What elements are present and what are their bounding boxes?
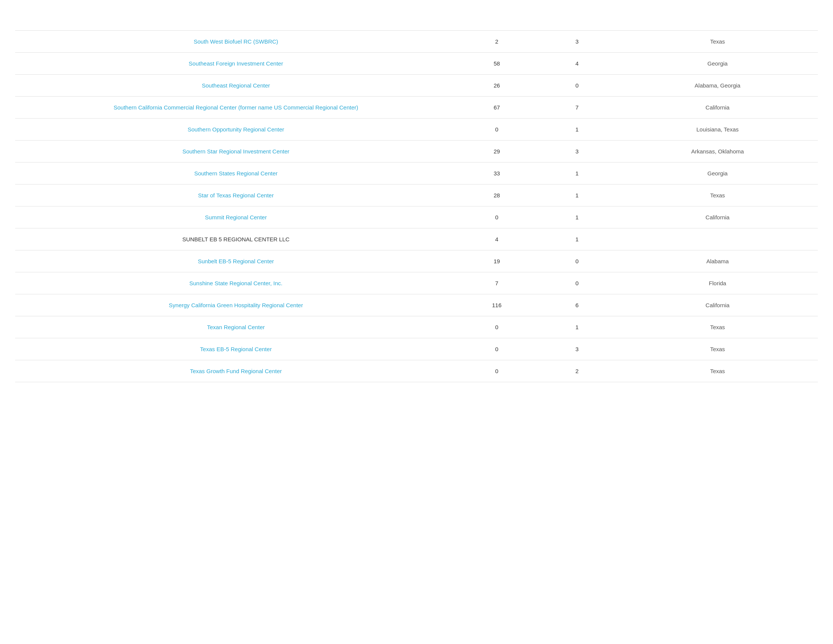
table-row: Texas EB-5 Regional Center03Texas	[15, 338, 818, 360]
table-row: Texas Growth Fund Regional Center02Texas	[15, 360, 818, 382]
center-name-cell[interactable]: Texas Growth Fund Regional Center	[15, 360, 457, 382]
center-name-cell[interactable]: Southeast Regional Center	[15, 75, 457, 97]
col3-cell: 6	[537, 295, 617, 316]
state-cell	[617, 229, 818, 250]
col3-cell: 1	[537, 316, 617, 338]
col2-cell: 58	[457, 53, 537, 75]
col2-cell: 0	[457, 360, 537, 382]
col2-cell: 29	[457, 140, 537, 163]
center-name-cell[interactable]: Southern Star Regional Investment Center	[15, 140, 457, 163]
state-cell: Alabama	[617, 250, 818, 272]
state-cell: California	[617, 295, 818, 316]
col2-cell: 33	[457, 163, 537, 185]
state-cell: Texas	[617, 360, 818, 382]
col3-cell: 1	[537, 206, 617, 229]
table-row: South West Biofuel RC (SWBRC)23Texas	[15, 31, 818, 53]
col3-cell: 1	[537, 163, 617, 185]
state-cell: California	[617, 97, 818, 119]
table-row: Star of Texas Regional Center281Texas	[15, 185, 818, 206]
main-container: South West Biofuel RC (SWBRC)23TexasSout…	[0, 0, 833, 412]
col3-cell: 3	[537, 140, 617, 163]
col3-cell: 0	[537, 250, 617, 272]
center-name-cell[interactable]: Summit Regional Center	[15, 206, 457, 229]
col2-cell: 67	[457, 97, 537, 119]
table-row: Southern Opportunity Regional Center01Lo…	[15, 119, 818, 140]
col3-cell: 3	[537, 31, 617, 53]
col2-cell: 0	[457, 338, 537, 360]
center-name-cell[interactable]: Sunshine State Regional Center, Inc.	[15, 272, 457, 295]
state-cell: Louisiana, Texas	[617, 119, 818, 140]
state-cell: Texas	[617, 185, 818, 206]
col3-cell: 1	[537, 229, 617, 250]
table-row: Summit Regional Center01California	[15, 206, 818, 229]
col2-cell: 0	[457, 119, 537, 140]
table-row: Texan Regional Center01Texas	[15, 316, 818, 338]
table-row: Sunshine State Regional Center, Inc.70Fl…	[15, 272, 818, 295]
table-row: Southeast Foreign Investment Center584Ge…	[15, 53, 818, 75]
state-cell: Texas	[617, 316, 818, 338]
center-name-cell[interactable]: Texan Regional Center	[15, 316, 457, 338]
state-cell: Georgia	[617, 163, 818, 185]
col3-cell: 7	[537, 97, 617, 119]
col3-cell: 3	[537, 338, 617, 360]
state-cell: Arkansas, Oklahoma	[617, 140, 818, 163]
col3-cell: 4	[537, 53, 617, 75]
center-name-cell[interactable]: Southern Opportunity Regional Center	[15, 119, 457, 140]
center-name-cell: SUNBELT EB 5 REGIONAL CENTER LLC	[15, 229, 457, 250]
center-name-cell[interactable]: South West Biofuel RC (SWBRC)	[15, 31, 457, 53]
center-name-cell[interactable]: Synergy California Green Hospitality Reg…	[15, 295, 457, 316]
col3-cell: 0	[537, 75, 617, 97]
table-row: SUNBELT EB 5 REGIONAL CENTER LLC41	[15, 229, 818, 250]
state-cell: Texas	[617, 338, 818, 360]
col3-cell: 2	[537, 360, 617, 382]
state-cell: Texas	[617, 31, 818, 53]
table-row: Southern Star Regional Investment Center…	[15, 140, 818, 163]
col2-cell: 19	[457, 250, 537, 272]
state-cell: Georgia	[617, 53, 818, 75]
table-row: Southern California Commercial Regional …	[15, 97, 818, 119]
state-cell: Florida	[617, 272, 818, 295]
col2-cell: 116	[457, 295, 537, 316]
col2-cell: 0	[457, 206, 537, 229]
table-row: Synergy California Green Hospitality Reg…	[15, 295, 818, 316]
col2-cell: 4	[457, 229, 537, 250]
col2-cell: 26	[457, 75, 537, 97]
col2-cell: 7	[457, 272, 537, 295]
center-name-cell[interactable]: Southern States Regional Center	[15, 163, 457, 185]
col3-cell: 0	[537, 272, 617, 295]
col2-cell: 0	[457, 316, 537, 338]
col3-cell: 1	[537, 185, 617, 206]
center-name-cell[interactable]: Southern California Commercial Regional …	[15, 97, 457, 119]
center-name-cell[interactable]: Southeast Foreign Investment Center	[15, 53, 457, 75]
state-cell: California	[617, 206, 818, 229]
center-name-cell[interactable]: Texas EB-5 Regional Center	[15, 338, 457, 360]
table-row: Southern States Regional Center331Georgi…	[15, 163, 818, 185]
col3-cell: 1	[537, 119, 617, 140]
table-row: Sunbelt EB-5 Regional Center190Alabama	[15, 250, 818, 272]
regional-centers-table: South West Biofuel RC (SWBRC)23TexasSout…	[15, 30, 818, 382]
col2-cell: 2	[457, 31, 537, 53]
center-name-cell[interactable]: Sunbelt EB-5 Regional Center	[15, 250, 457, 272]
table-row: Southeast Regional Center260Alabama, Geo…	[15, 75, 818, 97]
center-name-cell[interactable]: Star of Texas Regional Center	[15, 185, 457, 206]
col2-cell: 28	[457, 185, 537, 206]
state-cell: Alabama, Georgia	[617, 75, 818, 97]
